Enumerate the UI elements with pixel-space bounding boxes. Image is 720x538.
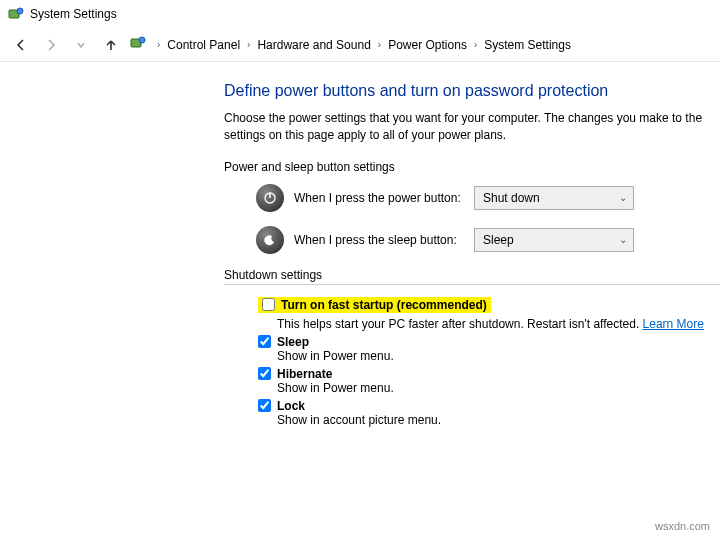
sleep-button-row: When I press the sleep button: Sleep ⌄ <box>256 226 720 254</box>
up-button[interactable] <box>100 34 122 56</box>
hibernate-desc: Show in Power menu. <box>277 381 720 395</box>
breadcrumb-power-options[interactable]: Power Options <box>388 38 467 52</box>
lock-desc: Show in account picture menu. <box>277 413 720 427</box>
lock-label: Lock <box>277 399 305 413</box>
window-title: System Settings <box>30 7 117 21</box>
page-title: Define power buttons and turn on passwor… <box>224 82 720 100</box>
fast-startup-item: Turn on fast startup (recommended) <box>258 297 491 313</box>
power-button-dropdown[interactable]: Shut down ⌄ <box>474 186 634 210</box>
breadcrumb-hardware-sound[interactable]: Hardware and Sound <box>257 38 370 52</box>
hibernate-label: Hibernate <box>277 367 332 381</box>
page-description: Choose the power settings that you want … <box>224 110 720 144</box>
sleep-button-value: Sleep <box>483 233 514 247</box>
breadcrumb-system-settings[interactable]: System Settings <box>484 38 571 52</box>
chevron-down-icon: ⌄ <box>619 234 627 245</box>
svg-point-3 <box>139 37 145 43</box>
forward-button[interactable] <box>40 34 62 56</box>
chevron-down-icon: ⌄ <box>619 192 627 203</box>
power-button-row: When I press the power button: Shut down… <box>256 184 720 212</box>
fast-startup-desc-row: This helps start your PC faster after sh… <box>258 317 720 331</box>
sleep-checkbox[interactable] <box>258 335 271 348</box>
sleep-label: Sleep <box>277 335 309 349</box>
fast-startup-label: Turn on fast startup (recommended) <box>281 298 487 312</box>
sleep-item: Sleep Show in Power menu. <box>258 335 720 363</box>
svg-point-1 <box>17 8 23 14</box>
shutdown-header: Shutdown settings <box>224 268 720 285</box>
breadcrumb-icon <box>130 35 146 54</box>
power-icon <box>256 184 284 212</box>
title-bar: System Settings <box>0 0 720 28</box>
fast-startup-checkbox[interactable] <box>262 298 275 311</box>
sleep-button-label: When I press the sleep button: <box>294 233 464 247</box>
power-button-label: When I press the power button: <box>294 191 464 205</box>
chevron-right-icon: › <box>157 39 160 50</box>
learn-more-link[interactable]: Learn More <box>643 317 704 331</box>
lock-checkbox[interactable] <box>258 399 271 412</box>
chevron-right-icon: › <box>378 39 381 50</box>
power-button-value: Shut down <box>483 191 540 205</box>
watermark: wsxdn.com <box>655 520 710 532</box>
breadcrumb-control-panel[interactable]: Control Panel <box>167 38 240 52</box>
fast-startup-desc: This helps start your PC faster after sh… <box>277 317 643 331</box>
control-panel-icon <box>8 6 24 22</box>
chevron-right-icon: › <box>474 39 477 50</box>
breadcrumb: › Control Panel › Hardware and Sound › P… <box>154 38 571 52</box>
sleep-icon <box>256 226 284 254</box>
lock-item: Lock Show in account picture menu. <box>258 399 720 427</box>
hibernate-item: Hibernate Show in Power menu. <box>258 367 720 395</box>
back-button[interactable] <box>10 34 32 56</box>
content-area: Define power buttons and turn on passwor… <box>0 62 720 427</box>
shutdown-section: Shutdown settings Turn on fast startup (… <box>224 268 720 427</box>
hibernate-checkbox[interactable] <box>258 367 271 380</box>
chevron-right-icon: › <box>247 39 250 50</box>
sleep-button-dropdown[interactable]: Sleep ⌄ <box>474 228 634 252</box>
power-sleep-header: Power and sleep button settings <box>224 160 720 174</box>
nav-bar: › Control Panel › Hardware and Sound › P… <box>0 28 720 62</box>
recent-dropdown-icon[interactable] <box>70 34 92 56</box>
sleep-desc: Show in Power menu. <box>277 349 720 363</box>
